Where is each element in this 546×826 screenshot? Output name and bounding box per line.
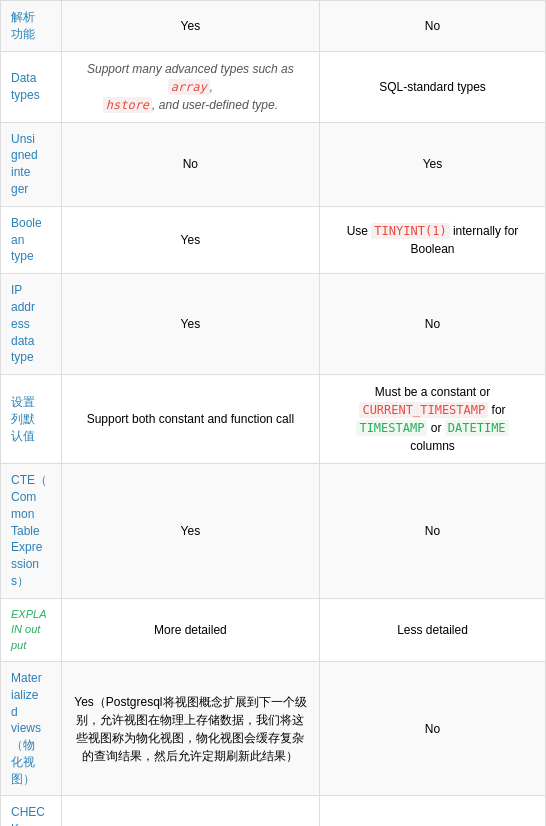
feature-parse: 解析功能 <box>1 1 62 52</box>
row-materialized-views: Materializedviews（物化视图） Yes（Postgresql将视… <box>1 661 546 796</box>
feature-datatypes: Datatypes <box>1 51 62 122</box>
mysql-datatypes: SQL-standard types <box>320 51 546 122</box>
pg-check: Yes <box>61 796 319 826</box>
row-parse-function: 解析功能 Yes No <box>1 1 546 52</box>
mysql-default: Must be a constant or CURRENT_TIMESTAMP … <box>320 375 546 464</box>
row-default-value: 设置列默认值 Support both constant and functio… <box>1 375 546 464</box>
feature-matviews: Materializedviews（物化视图） <box>1 661 62 796</box>
code-array: array <box>168 79 210 95</box>
code-datetime: DATETIME <box>445 420 509 436</box>
code-tinyint: TINYINT(1) <box>371 223 449 239</box>
code-current-timestamp: CURRENT_TIMESTAMP <box>359 402 488 418</box>
mysql-cte: No <box>320 464 546 599</box>
code-timestamp: TIMESTAMP <box>356 420 427 436</box>
pg-boolean: Yes <box>61 206 319 273</box>
pg-cte: Yes <box>61 464 319 599</box>
mysql-check: No (MySQL ignores the CHECKconstraint) <box>320 796 546 826</box>
feature-default: 设置列默认值 <box>1 375 62 464</box>
pg-parse: Yes <box>61 1 319 52</box>
feature-ip: IPaddressdatatype <box>1 274 62 375</box>
code-hstore: hstore <box>103 97 152 113</box>
pg-matviews: Yes（Postgresql将视图概念扩展到下一个级别，允许视图在物理上存储数据… <box>61 661 319 796</box>
feature-explain: EXPLAIN output <box>1 598 62 661</box>
feature-unsigned: Unsignedinteger <box>1 122 62 206</box>
feature-check: CHECKconstraint（检查约束） <box>1 796 62 826</box>
row-cte: CTE（CommonTableExpressions） Yes No <box>1 464 546 599</box>
pg-datatypes: Support many advanced types such as arra… <box>61 51 319 122</box>
pg-unsigned: No <box>61 122 319 206</box>
pg-ip: Yes <box>61 274 319 375</box>
mysql-boolean: Use TINYINT(1) internally forBoolean <box>320 206 546 273</box>
pg-explain: More detailed <box>61 598 319 661</box>
row-unsigned-int: Unsignedinteger No Yes <box>1 122 546 206</box>
mysql-explain: Less detailed <box>320 598 546 661</box>
feature-cte: CTE（CommonTableExpressions） <box>1 464 62 599</box>
row-ip-address: IPaddressdatatype Yes No <box>1 274 546 375</box>
mysql-unsigned: Yes <box>320 122 546 206</box>
mysql-parse: No <box>320 1 546 52</box>
mysql-ip: No <box>320 274 546 375</box>
row-explain: EXPLAIN output More detailed Less detail… <box>1 598 546 661</box>
feature-boolean: Booleantype <box>1 206 62 273</box>
row-check-constraint: CHECKconstraint（检查约束） Yes No (MySQL igno… <box>1 796 546 826</box>
pg-default: Support both constant and function call <box>61 375 319 464</box>
row-data-types: Datatypes Support many advanced types su… <box>1 51 546 122</box>
row-boolean: Booleantype Yes Use TINYINT(1) internall… <box>1 206 546 273</box>
mysql-matviews: No <box>320 661 546 796</box>
